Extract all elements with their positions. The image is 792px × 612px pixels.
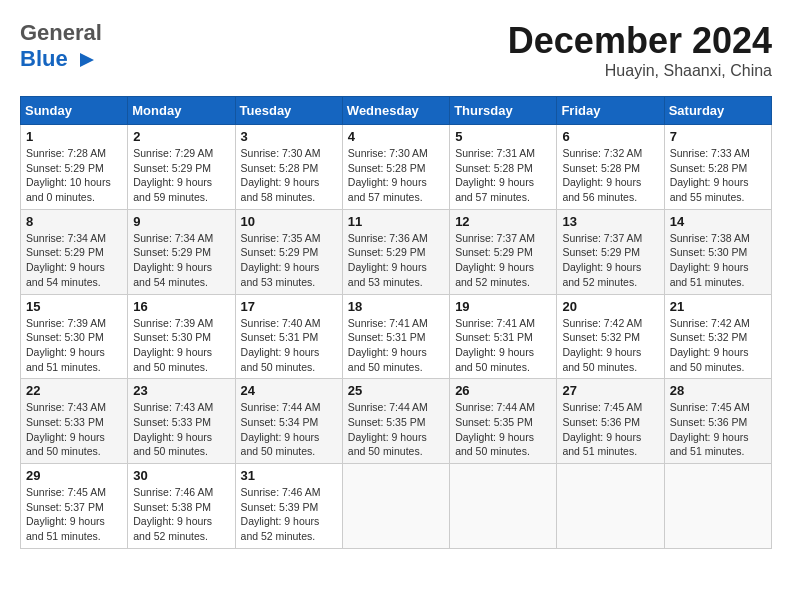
calendar-table: SundayMondayTuesdayWednesdayThursdayFrid… (20, 96, 772, 549)
calendar-cell: 21Sunrise: 7:42 AMSunset: 5:32 PMDayligh… (664, 294, 771, 379)
calendar-cell: 25Sunrise: 7:44 AMSunset: 5:35 PMDayligh… (342, 379, 449, 464)
calendar-cell: 19Sunrise: 7:41 AMSunset: 5:31 PMDayligh… (450, 294, 557, 379)
day-number: 14 (670, 214, 766, 229)
day-number: 19 (455, 299, 551, 314)
calendar-cell: 23Sunrise: 7:43 AMSunset: 5:33 PMDayligh… (128, 379, 235, 464)
logo-icon: General Blue (20, 20, 102, 72)
calendar-cell (664, 464, 771, 549)
calendar-cell: 8Sunrise: 7:34 AMSunset: 5:29 PMDaylight… (21, 209, 128, 294)
week-row-2: 8Sunrise: 7:34 AMSunset: 5:29 PMDaylight… (21, 209, 772, 294)
calendar-cell (342, 464, 449, 549)
day-number: 20 (562, 299, 658, 314)
day-number: 1 (26, 129, 122, 144)
weekday-saturday: Saturday (664, 97, 771, 125)
day-info: Sunrise: 7:43 AMSunset: 5:33 PMDaylight:… (133, 400, 229, 459)
calendar-cell: 11Sunrise: 7:36 AMSunset: 5:29 PMDayligh… (342, 209, 449, 294)
logo: General Blue (20, 20, 102, 72)
day-number: 25 (348, 383, 444, 398)
calendar-cell (557, 464, 664, 549)
calendar-cell: 27Sunrise: 7:45 AMSunset: 5:36 PMDayligh… (557, 379, 664, 464)
day-info: Sunrise: 7:38 AMSunset: 5:30 PMDaylight:… (670, 231, 766, 290)
calendar-cell (450, 464, 557, 549)
calendar-cell: 24Sunrise: 7:44 AMSunset: 5:34 PMDayligh… (235, 379, 342, 464)
day-info: Sunrise: 7:34 AMSunset: 5:29 PMDaylight:… (133, 231, 229, 290)
calendar-cell: 4Sunrise: 7:30 AMSunset: 5:28 PMDaylight… (342, 125, 449, 210)
title-block: December 2024 Huayin, Shaanxi, China (508, 20, 772, 80)
day-number: 30 (133, 468, 229, 483)
weekday-tuesday: Tuesday (235, 97, 342, 125)
calendar-cell: 14Sunrise: 7:38 AMSunset: 5:30 PMDayligh… (664, 209, 771, 294)
calendar-cell: 1Sunrise: 7:28 AMSunset: 5:29 PMDaylight… (21, 125, 128, 210)
calendar-cell: 26Sunrise: 7:44 AMSunset: 5:35 PMDayligh… (450, 379, 557, 464)
day-number: 13 (562, 214, 658, 229)
calendar-cell: 10Sunrise: 7:35 AMSunset: 5:29 PMDayligh… (235, 209, 342, 294)
logo-wordmark: General Blue (20, 20, 102, 72)
day-number: 5 (455, 129, 551, 144)
calendar-cell: 13Sunrise: 7:37 AMSunset: 5:29 PMDayligh… (557, 209, 664, 294)
calendar-body: 1Sunrise: 7:28 AMSunset: 5:29 PMDaylight… (21, 125, 772, 549)
calendar-cell: 2Sunrise: 7:29 AMSunset: 5:29 PMDaylight… (128, 125, 235, 210)
weekday-monday: Monday (128, 97, 235, 125)
day-number: 3 (241, 129, 337, 144)
day-info: Sunrise: 7:35 AMSunset: 5:29 PMDaylight:… (241, 231, 337, 290)
day-info: Sunrise: 7:32 AMSunset: 5:28 PMDaylight:… (562, 146, 658, 205)
calendar-title: December 2024 (508, 20, 772, 62)
day-info: Sunrise: 7:45 AMSunset: 5:36 PMDaylight:… (670, 400, 766, 459)
calendar-cell: 16Sunrise: 7:39 AMSunset: 5:30 PMDayligh… (128, 294, 235, 379)
day-info: Sunrise: 7:37 AMSunset: 5:29 PMDaylight:… (562, 231, 658, 290)
week-row-5: 29Sunrise: 7:45 AMSunset: 5:37 PMDayligh… (21, 464, 772, 549)
calendar-cell: 30Sunrise: 7:46 AMSunset: 5:38 PMDayligh… (128, 464, 235, 549)
calendar-cell: 28Sunrise: 7:45 AMSunset: 5:36 PMDayligh… (664, 379, 771, 464)
weekday-sunday: Sunday (21, 97, 128, 125)
calendar-cell: 17Sunrise: 7:40 AMSunset: 5:31 PMDayligh… (235, 294, 342, 379)
day-info: Sunrise: 7:40 AMSunset: 5:31 PMDaylight:… (241, 316, 337, 375)
day-info: Sunrise: 7:36 AMSunset: 5:29 PMDaylight:… (348, 231, 444, 290)
day-info: Sunrise: 7:39 AMSunset: 5:30 PMDaylight:… (133, 316, 229, 375)
week-row-4: 22Sunrise: 7:43 AMSunset: 5:33 PMDayligh… (21, 379, 772, 464)
week-row-1: 1Sunrise: 7:28 AMSunset: 5:29 PMDaylight… (21, 125, 772, 210)
day-info: Sunrise: 7:28 AMSunset: 5:29 PMDaylight:… (26, 146, 122, 205)
day-info: Sunrise: 7:30 AMSunset: 5:28 PMDaylight:… (348, 146, 444, 205)
day-info: Sunrise: 7:46 AMSunset: 5:38 PMDaylight:… (133, 485, 229, 544)
weekday-thursday: Thursday (450, 97, 557, 125)
day-number: 12 (455, 214, 551, 229)
day-info: Sunrise: 7:43 AMSunset: 5:33 PMDaylight:… (26, 400, 122, 459)
day-info: Sunrise: 7:46 AMSunset: 5:39 PMDaylight:… (241, 485, 337, 544)
day-number: 16 (133, 299, 229, 314)
day-number: 17 (241, 299, 337, 314)
calendar-cell: 15Sunrise: 7:39 AMSunset: 5:30 PMDayligh… (21, 294, 128, 379)
day-info: Sunrise: 7:45 AMSunset: 5:37 PMDaylight:… (26, 485, 122, 544)
logo-general-text: General (20, 20, 102, 45)
day-number: 23 (133, 383, 229, 398)
calendar-cell: 12Sunrise: 7:37 AMSunset: 5:29 PMDayligh… (450, 209, 557, 294)
day-number: 18 (348, 299, 444, 314)
calendar-cell: 5Sunrise: 7:31 AMSunset: 5:28 PMDaylight… (450, 125, 557, 210)
day-number: 24 (241, 383, 337, 398)
day-number: 28 (670, 383, 766, 398)
logo-arrow-icon (76, 49, 98, 71)
calendar-subtitle: Huayin, Shaanxi, China (508, 62, 772, 80)
day-number: 6 (562, 129, 658, 144)
day-info: Sunrise: 7:41 AMSunset: 5:31 PMDaylight:… (348, 316, 444, 375)
weekday-wednesday: Wednesday (342, 97, 449, 125)
day-info: Sunrise: 7:29 AMSunset: 5:29 PMDaylight:… (133, 146, 229, 205)
calendar-cell: 29Sunrise: 7:45 AMSunset: 5:37 PMDayligh… (21, 464, 128, 549)
day-number: 9 (133, 214, 229, 229)
day-number: 15 (26, 299, 122, 314)
calendar-cell: 7Sunrise: 7:33 AMSunset: 5:28 PMDaylight… (664, 125, 771, 210)
day-info: Sunrise: 7:31 AMSunset: 5:28 PMDaylight:… (455, 146, 551, 205)
calendar-cell: 22Sunrise: 7:43 AMSunset: 5:33 PMDayligh… (21, 379, 128, 464)
day-info: Sunrise: 7:42 AMSunset: 5:32 PMDaylight:… (670, 316, 766, 375)
day-info: Sunrise: 7:41 AMSunset: 5:31 PMDaylight:… (455, 316, 551, 375)
day-number: 29 (26, 468, 122, 483)
calendar-cell: 6Sunrise: 7:32 AMSunset: 5:28 PMDaylight… (557, 125, 664, 210)
calendar-header: SundayMondayTuesdayWednesdayThursdayFrid… (21, 97, 772, 125)
week-row-3: 15Sunrise: 7:39 AMSunset: 5:30 PMDayligh… (21, 294, 772, 379)
day-info: Sunrise: 7:33 AMSunset: 5:28 PMDaylight:… (670, 146, 766, 205)
calendar-cell: 9Sunrise: 7:34 AMSunset: 5:29 PMDaylight… (128, 209, 235, 294)
calendar-cell: 3Sunrise: 7:30 AMSunset: 5:28 PMDaylight… (235, 125, 342, 210)
day-number: 31 (241, 468, 337, 483)
page-header: General Blue December 2024 Huayin, Shaan… (20, 20, 772, 80)
svg-marker-0 (80, 53, 94, 67)
day-number: 22 (26, 383, 122, 398)
